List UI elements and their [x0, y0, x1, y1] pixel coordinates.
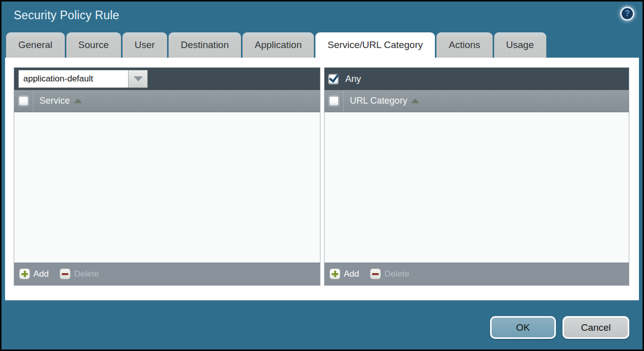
minus-icon	[370, 269, 381, 279]
delete-url-category-label: Delete	[384, 269, 409, 279]
delete-service-button[interactable]: Delete	[60, 269, 99, 279]
url-category-panel-header: Any	[325, 68, 629, 90]
tab-source[interactable]: Source	[66, 32, 121, 58]
tab-usage[interactable]: Usage	[494, 32, 546, 58]
minus-icon	[60, 269, 70, 279]
service-list[interactable]	[14, 112, 320, 262]
plus-icon	[19, 269, 30, 279]
cancel-button[interactable]: Cancel	[562, 316, 629, 339]
service-select-all-cell	[14, 90, 33, 112]
url-category-column-label[interactable]: URL Category	[350, 96, 407, 106]
help-icon[interactable]: ?	[620, 7, 634, 21]
url-category-column-header: URL Category	[325, 90, 629, 112]
any-url-category-checkbox[interactable]	[329, 74, 338, 84]
tab-user[interactable]: User	[123, 32, 167, 58]
any-url-category-label: Any	[345, 74, 361, 84]
dialog-content: application-default Service Add	[5, 58, 639, 300]
service-select-all-checkbox[interactable]	[19, 96, 28, 106]
delete-service-label: Delete	[74, 269, 99, 279]
url-category-select-all-checkbox[interactable]	[329, 96, 339, 106]
service-column-header: Service	[14, 90, 320, 112]
tab-service-url-category[interactable]: Service/URL Category	[315, 32, 435, 58]
service-type-dropdown-value: application-default	[19, 70, 129, 87]
tab-destination[interactable]: Destination	[169, 32, 241, 58]
dialog-footer: OK Cancel	[490, 316, 629, 339]
tab-bar: GeneralSourceUserDestinationApplicationS…	[6, 32, 638, 58]
url-category-panel: Any URL Category Add Delete	[324, 67, 629, 286]
url-category-select-all-cell	[325, 90, 344, 112]
sort-ascending-icon	[411, 99, 419, 103]
tab-application[interactable]: Application	[243, 32, 314, 58]
url-category-panel-footer: Add Delete	[325, 262, 629, 285]
add-url-category-button[interactable]: Add	[330, 269, 359, 279]
add-service-button[interactable]: Add	[19, 269, 49, 279]
plus-icon	[330, 269, 340, 279]
sort-ascending-icon	[74, 99, 82, 103]
add-url-category-label: Add	[344, 269, 359, 279]
dialog-title: Security Policy Rule	[14, 9, 119, 22]
ok-button[interactable]: OK	[490, 316, 556, 339]
service-type-dropdown-button[interactable]	[129, 70, 147, 87]
chevron-down-icon	[134, 76, 143, 81]
service-panel: application-default Service Add	[14, 67, 320, 286]
service-panel-footer: Add Delete	[14, 262, 320, 285]
tab-general[interactable]: General	[6, 32, 65, 58]
tab-actions[interactable]: Actions	[436, 32, 492, 58]
title-bar: Security Policy Rule ?	[2, 2, 642, 32]
security-policy-rule-dialog: Security Policy Rule ? GeneralSourceUser…	[0, 0, 644, 351]
url-category-list[interactable]	[325, 112, 629, 262]
service-column-label[interactable]: Service	[39, 96, 70, 106]
add-service-label: Add	[33, 269, 49, 279]
service-panel-header: application-default	[14, 68, 320, 90]
service-type-dropdown[interactable]: application-default	[18, 70, 148, 88]
delete-url-category-button[interactable]: Delete	[370, 269, 409, 279]
